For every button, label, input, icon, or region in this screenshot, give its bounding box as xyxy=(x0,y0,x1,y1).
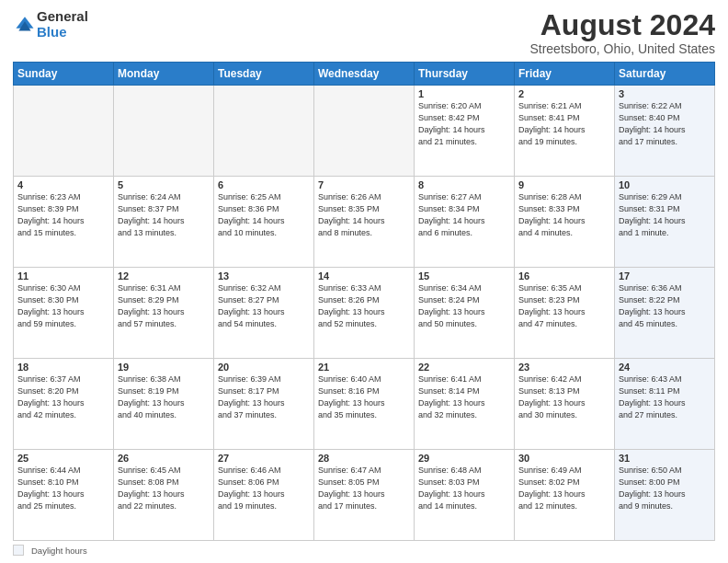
logo-blue: Blue xyxy=(37,25,88,40)
day-info: Sunrise: 6:28 AM Sunset: 8:33 PM Dayligh… xyxy=(518,191,610,239)
day-info: Sunrise: 6:21 AM Sunset: 8:41 PM Dayligh… xyxy=(518,100,610,148)
day-info: Sunrise: 6:45 AM Sunset: 8:08 PM Dayligh… xyxy=(118,465,210,512)
calendar-cell: 27Sunrise: 6:46 AM Sunset: 8:06 PM Dayli… xyxy=(214,450,314,541)
day-number: 26 xyxy=(118,453,210,464)
day-number: 2 xyxy=(518,88,610,99)
day-info: Sunrise: 6:26 AM Sunset: 8:35 PM Dayligh… xyxy=(318,191,410,239)
calendar-cell: 31Sunrise: 6:50 AM Sunset: 8:00 PM Dayli… xyxy=(615,450,715,541)
calendar-cell: 20Sunrise: 6:39 AM Sunset: 8:17 PM Dayli… xyxy=(214,359,314,450)
page: General Blue August 2024 Streetsboro, Oh… xyxy=(0,0,728,563)
col-friday: Friday xyxy=(515,63,615,86)
calendar-cell: 5Sunrise: 6:24 AM Sunset: 8:37 PM Daylig… xyxy=(114,177,214,268)
day-number: 17 xyxy=(619,270,711,282)
day-number: 8 xyxy=(418,179,510,190)
calendar-cell: 28Sunrise: 6:47 AM Sunset: 8:05 PM Dayli… xyxy=(314,450,415,541)
day-number: 12 xyxy=(118,270,210,282)
day-info: Sunrise: 6:49 AM Sunset: 8:02 PM Dayligh… xyxy=(518,465,610,512)
day-info: Sunrise: 6:37 AM Sunset: 8:20 PM Dayligh… xyxy=(17,373,109,421)
day-info: Sunrise: 6:30 AM Sunset: 8:30 PM Dayligh… xyxy=(17,282,109,330)
day-info: Sunrise: 6:40 AM Sunset: 8:16 PM Dayligh… xyxy=(318,373,410,421)
day-number: 30 xyxy=(518,453,610,464)
day-number: 21 xyxy=(318,362,410,373)
day-number: 23 xyxy=(518,362,610,373)
calendar-cell: 30Sunrise: 6:49 AM Sunset: 8:02 PM Dayli… xyxy=(515,450,615,541)
calendar-cell: 1Sunrise: 6:20 AM Sunset: 8:42 PM Daylig… xyxy=(415,86,515,177)
day-number: 16 xyxy=(518,270,610,282)
day-number: 7 xyxy=(318,179,410,190)
day-info: Sunrise: 6:48 AM Sunset: 8:03 PM Dayligh… xyxy=(418,465,510,512)
calendar-header: Sunday Monday Tuesday Wednesday Thursday… xyxy=(14,63,715,86)
day-info: Sunrise: 6:27 AM Sunset: 8:34 PM Dayligh… xyxy=(418,191,510,239)
day-number: 5 xyxy=(118,179,210,190)
calendar-cell: 18Sunrise: 6:37 AM Sunset: 8:20 PM Dayli… xyxy=(14,359,114,450)
day-info: Sunrise: 6:41 AM Sunset: 8:14 PM Dayligh… xyxy=(418,373,510,421)
calendar-cell: 12Sunrise: 6:31 AM Sunset: 8:29 PM Dayli… xyxy=(114,268,214,359)
day-info: Sunrise: 6:23 AM Sunset: 8:39 PM Dayligh… xyxy=(17,191,109,239)
day-info: Sunrise: 6:31 AM Sunset: 8:29 PM Dayligh… xyxy=(118,282,210,330)
day-number: 18 xyxy=(17,362,109,373)
calendar-cell xyxy=(314,86,415,177)
day-number: 20 xyxy=(218,362,310,373)
calendar-cell xyxy=(14,86,114,177)
header: General Blue August 2024 Streetsboro, Oh… xyxy=(13,9,715,56)
calendar-cell: 14Sunrise: 6:33 AM Sunset: 8:26 PM Dayli… xyxy=(314,268,415,359)
calendar-cell: 7Sunrise: 6:26 AM Sunset: 8:35 PM Daylig… xyxy=(314,177,415,268)
day-info: Sunrise: 6:47 AM Sunset: 8:05 PM Dayligh… xyxy=(318,465,410,512)
day-info: Sunrise: 6:29 AM Sunset: 8:31 PM Dayligh… xyxy=(619,191,711,239)
col-saturday: Saturday xyxy=(615,63,715,86)
day-number: 19 xyxy=(118,362,210,373)
calendar-cell: 24Sunrise: 6:43 AM Sunset: 8:11 PM Dayli… xyxy=(615,359,715,450)
week-row-2: 4Sunrise: 6:23 AM Sunset: 8:39 PM Daylig… xyxy=(14,177,715,268)
calendar-cell: 21Sunrise: 6:40 AM Sunset: 8:16 PM Dayli… xyxy=(314,359,415,450)
logo-icon xyxy=(15,15,35,35)
day-info: Sunrise: 6:39 AM Sunset: 8:17 PM Dayligh… xyxy=(218,373,310,421)
col-wednesday: Wednesday xyxy=(314,63,415,86)
col-sunday: Sunday xyxy=(14,63,114,86)
day-number: 14 xyxy=(318,270,410,282)
legend-label: Daylight hours xyxy=(31,546,87,556)
day-info: Sunrise: 6:43 AM Sunset: 8:11 PM Dayligh… xyxy=(619,373,711,421)
week-row-3: 11Sunrise: 6:30 AM Sunset: 8:30 PM Dayli… xyxy=(14,268,715,359)
logo: General Blue xyxy=(13,9,88,40)
subtitle: Streetsboro, Ohio, United States xyxy=(529,41,715,56)
calendar-cell: 8Sunrise: 6:27 AM Sunset: 8:34 PM Daylig… xyxy=(415,177,515,268)
calendar-cell: 3Sunrise: 6:22 AM Sunset: 8:40 PM Daylig… xyxy=(615,86,715,177)
calendar-cell: 6Sunrise: 6:25 AM Sunset: 8:36 PM Daylig… xyxy=(214,177,314,268)
day-number: 28 xyxy=(318,453,410,464)
logo-text: General Blue xyxy=(37,9,88,40)
day-number: 31 xyxy=(619,453,711,464)
day-number: 13 xyxy=(218,270,310,282)
calendar-cell: 9Sunrise: 6:28 AM Sunset: 8:33 PM Daylig… xyxy=(515,177,615,268)
logo-general: General xyxy=(37,9,88,25)
calendar-cell xyxy=(114,86,214,177)
day-number: 1 xyxy=(418,88,510,99)
calendar-cell: 11Sunrise: 6:30 AM Sunset: 8:30 PM Dayli… xyxy=(14,268,114,359)
day-number: 6 xyxy=(218,179,310,190)
day-info: Sunrise: 6:20 AM Sunset: 8:42 PM Dayligh… xyxy=(418,100,510,148)
day-info: Sunrise: 6:25 AM Sunset: 8:36 PM Dayligh… xyxy=(218,191,310,239)
calendar-cell xyxy=(214,86,314,177)
footer-note: Daylight hours xyxy=(13,545,715,556)
day-info: Sunrise: 6:50 AM Sunset: 8:00 PM Dayligh… xyxy=(619,465,711,512)
calendar-cell: 26Sunrise: 6:45 AM Sunset: 8:08 PM Dayli… xyxy=(114,450,214,541)
day-info: Sunrise: 6:42 AM Sunset: 8:13 PM Dayligh… xyxy=(518,373,610,421)
calendar-cell: 22Sunrise: 6:41 AM Sunset: 8:14 PM Dayli… xyxy=(415,359,515,450)
day-number: 11 xyxy=(17,270,109,282)
day-number: 22 xyxy=(418,362,510,373)
day-info: Sunrise: 6:46 AM Sunset: 8:06 PM Dayligh… xyxy=(218,465,310,512)
day-info: Sunrise: 6:22 AM Sunset: 8:40 PM Dayligh… xyxy=(619,100,711,148)
day-info: Sunrise: 6:32 AM Sunset: 8:27 PM Dayligh… xyxy=(218,282,310,330)
calendar-cell: 19Sunrise: 6:38 AM Sunset: 8:19 PM Dayli… xyxy=(114,359,214,450)
title-block: August 2024 Streetsboro, Ohio, United St… xyxy=(529,9,715,56)
calendar-cell: 2Sunrise: 6:21 AM Sunset: 8:41 PM Daylig… xyxy=(515,86,615,177)
header-row: Sunday Monday Tuesday Wednesday Thursday… xyxy=(14,63,715,86)
day-info: Sunrise: 6:44 AM Sunset: 8:10 PM Dayligh… xyxy=(17,465,109,512)
calendar-cell: 16Sunrise: 6:35 AM Sunset: 8:23 PM Dayli… xyxy=(515,268,615,359)
week-row-4: 18Sunrise: 6:37 AM Sunset: 8:20 PM Dayli… xyxy=(14,359,715,450)
main-title: August 2024 xyxy=(529,9,715,41)
day-number: 25 xyxy=(17,453,109,464)
day-number: 15 xyxy=(418,270,510,282)
calendar-cell: 29Sunrise: 6:48 AM Sunset: 8:03 PM Dayli… xyxy=(415,450,515,541)
day-number: 24 xyxy=(619,362,711,373)
calendar-cell: 10Sunrise: 6:29 AM Sunset: 8:31 PM Dayli… xyxy=(615,177,715,268)
